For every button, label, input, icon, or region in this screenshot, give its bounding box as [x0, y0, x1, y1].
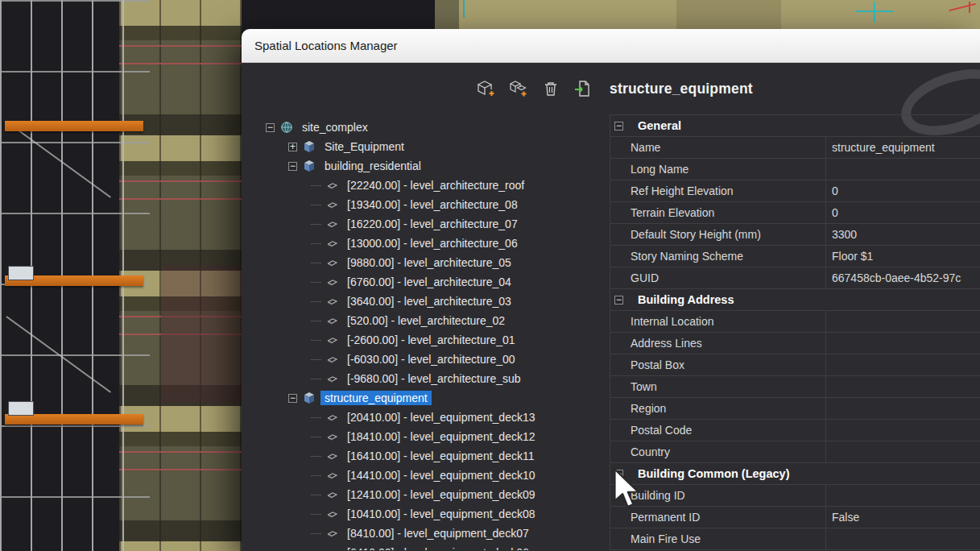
site-icon: [280, 121, 293, 134]
property-label: Terrain Elevation: [610, 202, 826, 223]
property-row: Ref Height Elevation0: [610, 180, 980, 202]
level-icon: [325, 353, 338, 366]
building-icon: [303, 140, 316, 153]
axis-marker-teal: [874, 2, 875, 23]
building-add-icon: [477, 79, 496, 98]
tree-item-label: [16410.00] - level_equipment_deck11: [343, 449, 538, 463]
window-titlebar[interactable]: Spatial Locations Manager: [242, 29, 980, 63]
tree-item[interactable]: [3640.00] - level_architecture_03: [259, 292, 600, 311]
tree-item[interactable]: −site_complex: [259, 118, 600, 137]
tree-item[interactable]: [12410.00] - level_equipment_deck09: [259, 485, 600, 504]
collapse-box-icon[interactable]: −: [614, 122, 623, 130]
tree-item[interactable]: −building_residential: [259, 156, 600, 176]
collapse-box-icon[interactable]: −: [266, 123, 275, 132]
property-value[interactable]: Floor $1: [826, 246, 980, 267]
trash-icon: [541, 79, 560, 98]
property-value[interactable]: [826, 398, 980, 419]
property-value[interactable]: [826, 376, 980, 397]
axis-marker-red: [969, 2, 970, 13]
property-label: Ref Height Elevation: [610, 180, 826, 201]
selected-node-title: structure_equipment: [610, 81, 753, 97]
tree-item[interactable]: [16220.00] - level_architecture_07: [259, 214, 600, 234]
property-value[interactable]: 0: [826, 202, 980, 223]
dialog-content: −site_complex+Site_Equipment−building_re…: [242, 114, 980, 550]
tree-item[interactable]: [18410.00] - level_equipment_deck12: [259, 427, 600, 446]
property-row: Story Naming SchemeFloor $1: [610, 246, 980, 267]
tree-item-label: [16220.00] - level_architecture_07: [343, 217, 522, 231]
collapse-box-icon[interactable]: −: [614, 296, 623, 304]
property-row: Building ID: [610, 485, 980, 507]
tree-connector: [311, 205, 321, 205]
property-value[interactable]: 3300: [826, 224, 980, 245]
property-value[interactable]: [826, 333, 980, 354]
export-button[interactable]: [571, 77, 595, 100]
scaffold-sign: [8, 266, 34, 280]
tree-item-label: [13000.00] - level_architecture_06: [343, 236, 522, 251]
property-value[interactable]: [826, 311, 980, 332]
property-row: Permanent IDFalse: [610, 507, 980, 528]
tree-item-label: [6410.00] - level_equipment_deck06: [343, 545, 533, 550]
property-value[interactable]: 0: [826, 180, 980, 201]
property-value[interactable]: False: [826, 507, 980, 528]
scaffold-platform: [5, 121, 143, 131]
property-label: Default Story Height (mm): [610, 224, 826, 245]
dialog-header: structure_equipment: [242, 63, 980, 114]
property-grid: −GeneralNamestructure_equipmentLong Name…: [610, 114, 980, 550]
property-value[interactable]: 667458cb-0aee-4b52-97c: [826, 267, 980, 288]
property-value[interactable]: [826, 441, 980, 462]
property-label: Long Name: [610, 159, 826, 180]
add-story-button[interactable]: [507, 77, 531, 100]
tree-item[interactable]: [19340.00] - level_architecture_08: [259, 195, 600, 214]
add-building-button[interactable]: [474, 77, 498, 100]
tree-item[interactable]: [16410.00] - level_equipment_deck11: [259, 446, 600, 466]
property-row: Namestructure_equipment: [610, 137, 980, 159]
tree-item[interactable]: [-2600.00] - level_architecture_01: [259, 330, 600, 350]
property-panel: −GeneralNamestructure_equipmentLong Name…: [610, 114, 980, 550]
property-label: Region: [610, 398, 826, 419]
tree-item[interactable]: [520.00] - level_architecture_02: [259, 311, 600, 330]
tree-item[interactable]: [6410.00] - level_equipment_deck06: [259, 543, 600, 550]
level-icon: [325, 334, 338, 346]
tree-item[interactable]: [10410.00] - level_equipment_deck08: [259, 504, 600, 524]
level-icon: [325, 314, 338, 327]
property-value[interactable]: [826, 528, 980, 549]
interior-shadow: [161, 266, 242, 403]
property-label: Story Naming Scheme: [610, 246, 826, 267]
expand-box-icon[interactable]: +: [288, 143, 297, 151]
property-value[interactable]: structure_equipment: [826, 137, 980, 158]
tree-item[interactable]: [20410.00] - level_equipment_deck13: [259, 408, 600, 427]
tree-item[interactable]: +Site_Equipment: [259, 137, 600, 156]
level-icon: [325, 295, 338, 308]
tree-item[interactable]: −structure_equipment: [259, 388, 600, 408]
tree-connector: [311, 514, 321, 515]
tree-item[interactable]: [14410.00] - level_equipment_deck10: [259, 466, 600, 485]
property-label: Town: [610, 376, 826, 397]
collapse-box-icon[interactable]: −: [614, 470, 623, 478]
property-section-header: −Building Address: [610, 289, 980, 311]
level-icon: [325, 256, 338, 269]
delete-button[interactable]: [539, 77, 563, 100]
tree-item[interactable]: [9880.00] - level_architecture_05: [259, 253, 600, 272]
tree-item-label: [-2600.00] - level_architecture_01: [343, 333, 519, 347]
tree-connector: [311, 456, 321, 457]
tree-item[interactable]: [6760.00] - level_architecture_04: [259, 272, 600, 292]
property-value[interactable]: [826, 420, 980, 441]
tree-item[interactable]: [8410.00] - level_equipment_deck07: [259, 524, 600, 543]
tree-connector: [311, 282, 321, 283]
property-value[interactable]: [826, 159, 980, 180]
property-row: GUID667458cb-0aee-4b52-97c: [610, 267, 980, 289]
level-icon: [325, 469, 338, 482]
tree-item-label: structure_equipment: [320, 391, 432, 405]
tree-item[interactable]: [13000.00] - level_architecture_06: [259, 234, 600, 253]
collapse-box-icon[interactable]: −: [288, 394, 297, 403]
tree-item-label: [20410.00] - level_equipment_deck13: [343, 410, 540, 425]
tree-item[interactable]: [-9680.00] - level_architecture_sub: [259, 369, 600, 388]
level-icon: [325, 218, 338, 230]
tree-item[interactable]: [22240.00] - level_architecture_roof: [259, 176, 600, 195]
tree-item[interactable]: [-6030.00] - level_architecture_00: [259, 350, 600, 369]
tree-connector: [311, 243, 321, 244]
tree-connector: [311, 379, 321, 379]
property-value[interactable]: [826, 354, 980, 375]
property-value[interactable]: [826, 485, 980, 506]
collapse-box-icon[interactable]: −: [288, 162, 297, 171]
